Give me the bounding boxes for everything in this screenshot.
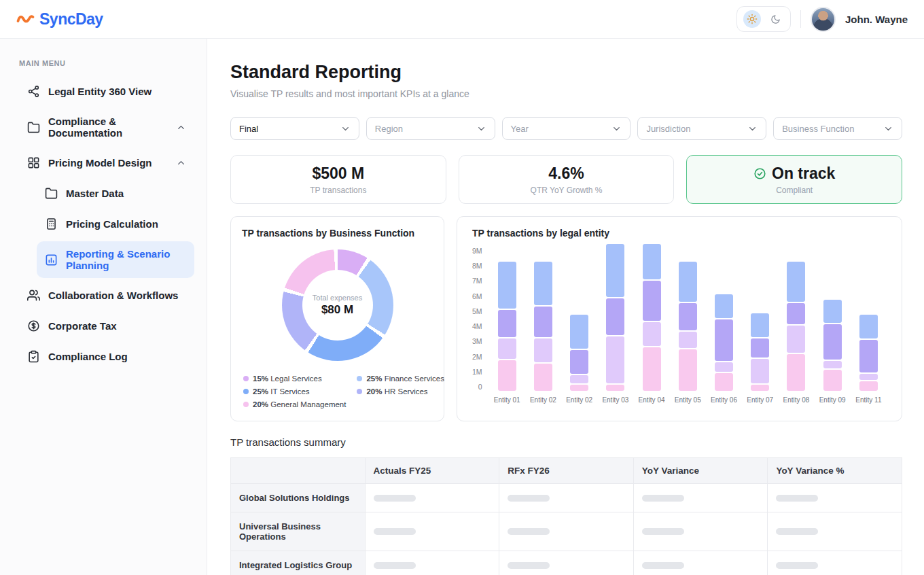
y-axis-tick: 9M — [472, 247, 482, 255]
bar-slot — [633, 247, 669, 391]
x-axis-label: Entity 09 — [815, 396, 851, 404]
summary-data-cell — [768, 484, 902, 512]
legend-text: 20% HR Services — [366, 387, 427, 396]
summary-column-header: YoY Variance % — [768, 458, 902, 484]
light-mode-button[interactable] — [743, 10, 761, 28]
bar-segment — [498, 338, 516, 360]
value-placeholder — [508, 495, 550, 502]
summary-table: Actuals FY25RFx FY26YoY VarianceYoY Vari… — [230, 457, 902, 575]
stacked-bar[interactable] — [534, 262, 552, 391]
filter-dropdown[interactable]: Final — [230, 117, 359, 140]
stacked-bar[interactable] — [859, 315, 878, 391]
bar-segment — [859, 381, 878, 391]
summary-data-cell — [499, 484, 634, 512]
x-axis-label: Entity 02 — [525, 396, 561, 404]
summary-row-name: Global Solutions Holdings — [231, 484, 366, 512]
model-grid-icon — [27, 156, 40, 169]
x-axis-label: Entity 02 — [561, 396, 597, 404]
stacked-bar[interactable] — [679, 262, 697, 391]
bar-segment — [534, 338, 552, 362]
value-placeholder — [508, 528, 550, 535]
donut-center-value: $80 M — [321, 303, 353, 317]
calculator-icon — [45, 217, 58, 230]
summary-data-cell — [633, 484, 768, 512]
summary-data-cell — [365, 484, 499, 512]
bar-segment — [751, 359, 769, 383]
folder-icon — [27, 121, 40, 134]
main-content: Standard Reporting Visualise TP results … — [207, 39, 924, 575]
bar-segment — [606, 385, 624, 391]
filter-dropdown[interactable]: Jurisdiction — [637, 117, 766, 140]
stacked-bar[interactable] — [715, 294, 733, 391]
sidebar-item[interactable]: Pricing Calculation — [37, 211, 194, 237]
value-placeholder — [642, 528, 684, 535]
bar-chart-title: TP transactions by legal entity — [472, 228, 887, 239]
user-avatar[interactable] — [811, 7, 836, 32]
stacked-bar[interactable] — [643, 244, 661, 391]
filter-dropdown[interactable]: Region — [366, 117, 495, 140]
bar-chart-card: TP transactions by legal entity 9M8M7M6M… — [457, 216, 902, 421]
filter-dropdown[interactable]: Year — [502, 117, 631, 140]
dark-mode-button[interactable] — [766, 10, 784, 28]
legend-item: 25% IT Services — [243, 387, 346, 396]
y-axis-tick: 1M — [472, 368, 482, 376]
bar-segment — [715, 362, 733, 372]
sidebar-item[interactable]: Legal Entity 360 View — [19, 78, 194, 105]
bar-segment — [751, 338, 769, 358]
bar-slot — [815, 247, 851, 391]
sidebar-item-label: Legal Entity 360 View — [48, 86, 152, 97]
summary-column-header — [231, 458, 366, 484]
bar-segment — [751, 313, 769, 337]
sidebar-item[interactable]: Master Data — [37, 180, 194, 207]
legend-text: 25% Finance Services — [366, 374, 444, 383]
logo-wave-icon — [16, 13, 35, 25]
stacked-bar[interactable] — [570, 315, 588, 391]
kpi-card: On track Compliant — [686, 155, 902, 204]
sidebar-item[interactable]: Collaboration & Workflows — [19, 282, 194, 309]
legend-item: 25% Finance Services — [357, 374, 444, 383]
donut-center-label: Total expenses $80 M — [242, 239, 433, 372]
sidebar-item[interactable]: Corporate Tax — [19, 313, 194, 339]
bar-slot — [597, 247, 633, 391]
legend-color-dot — [357, 389, 362, 394]
bar-slot — [742, 247, 778, 391]
value-placeholder — [374, 495, 416, 502]
app-logo[interactable]: SyncDay — [16, 10, 103, 29]
kpi-value: On track — [753, 164, 835, 183]
bar-segment — [534, 307, 552, 337]
summary-column-header: YoY Variance — [633, 458, 768, 484]
bar-segment — [606, 336, 624, 383]
summary-data-cell — [633, 551, 768, 575]
stacked-bar[interactable] — [823, 300, 842, 391]
sidebar-item[interactable]: Compliance Log — [19, 343, 194, 370]
sidebar-item[interactable]: Compliance & Documentation — [19, 109, 194, 145]
sidebar-item[interactable]: Pricing Model Design — [19, 150, 194, 176]
donut-chart-title: TP transactions by Business Function — [242, 228, 433, 239]
sidebar-item[interactable]: Reporting & Scenario Planning — [37, 241, 194, 278]
chevron-up-icon[interactable] — [176, 158, 186, 168]
summary-section-title: TP transactions summary — [230, 436, 902, 448]
sidebar: MAIN MENU Legal Entity 360 View Complian… — [0, 39, 207, 575]
donut-chart: Total expenses $80 M — [242, 239, 433, 372]
x-axis-label: Entity 06 — [706, 396, 742, 404]
stacked-bar[interactable] — [498, 262, 516, 391]
bar-segment — [679, 332, 697, 348]
value-placeholder — [374, 528, 416, 535]
kpi-value: $500 M — [312, 164, 364, 183]
filter-dropdown[interactable]: Business Function — [773, 117, 902, 140]
value-placeholder — [776, 562, 818, 569]
stacked-bar[interactable] — [606, 244, 624, 391]
stacked-bar[interactable] — [751, 313, 769, 391]
summary-data-cell — [365, 512, 499, 551]
chevron-down-icon — [476, 124, 486, 134]
summary-row-name: Integrated Logistics Group — [231, 551, 366, 575]
bar-slot — [489, 247, 525, 391]
bar-segment — [859, 315, 878, 338]
stacked-bar[interactable] — [787, 262, 805, 391]
chevron-down-icon — [340, 124, 351, 134]
bar-segment — [823, 300, 842, 323]
legend-color-dot — [357, 376, 362, 381]
chevron-up-icon[interactable] — [176, 122, 186, 133]
legend-text: 15% Legal Services — [253, 374, 322, 383]
user-name: John. Wayne — [845, 14, 908, 25]
